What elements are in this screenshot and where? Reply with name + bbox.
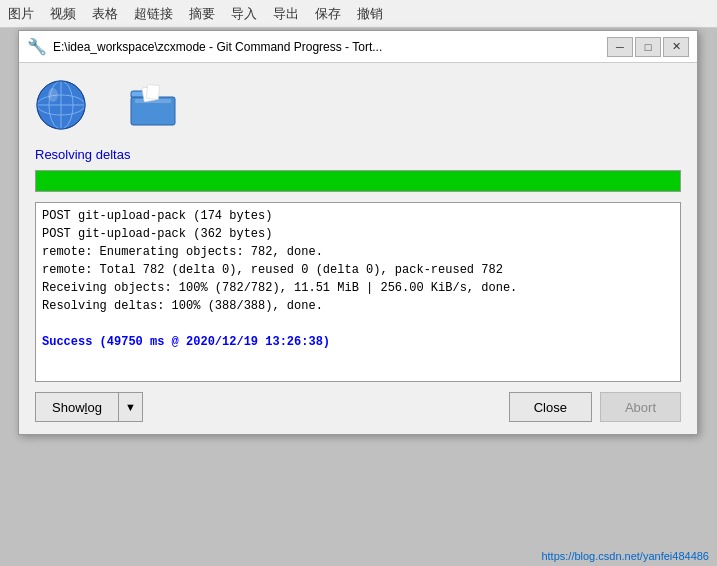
dialog-icon: 🔧 bbox=[27, 37, 47, 56]
toolbar-item-video[interactable]: 视频 bbox=[50, 5, 76, 23]
show-log-dropdown-button[interactable]: ▼ bbox=[118, 392, 143, 422]
abort-button: Abort bbox=[600, 392, 681, 422]
status-text: Resolving deltas bbox=[35, 147, 681, 162]
git-progress-dialog: 🔧 E:\idea_workspace\zcxmode - Git Comman… bbox=[18, 30, 698, 435]
button-row: Show log ▼ Close Abort bbox=[35, 392, 681, 422]
show-log-button[interactable]: Show log bbox=[35, 392, 118, 422]
dialog-title: E:\idea_workspace\zcxmode - Git Command … bbox=[53, 40, 607, 54]
maximize-button[interactable]: □ bbox=[635, 37, 661, 57]
toolbar-item-import[interactable]: 导入 bbox=[231, 5, 257, 23]
close-window-button[interactable]: ✕ bbox=[663, 37, 689, 57]
icons-row bbox=[35, 75, 681, 135]
close-button[interactable]: Close bbox=[509, 392, 592, 422]
window-controls: ─ □ ✕ bbox=[607, 37, 689, 57]
minimize-button[interactable]: ─ bbox=[607, 37, 633, 57]
toolbar-item-table[interactable]: 表格 bbox=[92, 5, 118, 23]
log-line-2: POST git-upload-pack (362 bytes) bbox=[42, 225, 674, 243]
svg-rect-9 bbox=[146, 85, 159, 100]
toolbar-item-hyperlink[interactable]: 超链接 bbox=[134, 5, 173, 23]
log-line-1: POST git-upload-pack (174 bytes) bbox=[42, 207, 674, 225]
background-toolbar: 图片 视频 表格 超链接 摘要 导入 导出 保存 撤销 bbox=[0, 0, 717, 28]
log-area[interactable]: POST git-upload-pack (174 bytes) POST gi… bbox=[35, 202, 681, 382]
svg-rect-10 bbox=[135, 99, 171, 103]
svg-point-6 bbox=[48, 88, 58, 102]
toolbar-item-summary[interactable]: 摘要 bbox=[189, 5, 215, 23]
globe-icon bbox=[35, 79, 87, 131]
show-log-underline: l bbox=[85, 400, 88, 415]
progress-container bbox=[35, 170, 681, 192]
show-log-group: Show log ▼ bbox=[35, 392, 143, 422]
title-bar: 🔧 E:\idea_workspace\zcxmode - Git Comman… bbox=[19, 31, 697, 63]
toolbar-item-save[interactable]: 保存 bbox=[315, 5, 341, 23]
watermark: https://blog.csdn.net/yanfei484486 bbox=[541, 550, 709, 562]
log-line-5: Receiving objects: 100% (782/782), 11.51… bbox=[42, 279, 674, 297]
progress-bar bbox=[36, 171, 680, 191]
log-line-3: remote: Enumerating objects: 782, done. bbox=[42, 243, 674, 261]
dialog-body: Resolving deltas POST git-upload-pack (1… bbox=[19, 63, 697, 434]
toolbar-item-image[interactable]: 图片 bbox=[8, 5, 34, 23]
log-success-line: Success (49750 ms @ 2020/12/19 13:26:38) bbox=[42, 333, 674, 351]
toolbar-item-export[interactable]: 导出 bbox=[273, 5, 299, 23]
toolbar-item-undo[interactable]: 撤销 bbox=[357, 5, 383, 23]
log-line-blank bbox=[42, 315, 674, 333]
log-line-6: Resolving deltas: 100% (388/388), done. bbox=[42, 297, 674, 315]
log-line-4: remote: Total 782 (delta 0), reused 0 (d… bbox=[42, 261, 674, 279]
folder-icon bbox=[127, 79, 179, 131]
